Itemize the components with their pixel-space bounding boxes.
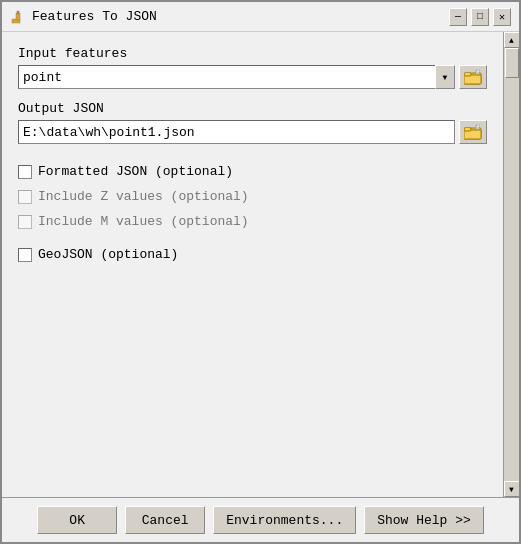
restore-button[interactable]: □ [471, 8, 489, 26]
scroll-up-button[interactable]: ▲ [504, 32, 520, 48]
title-bar-left: Features To JSON [10, 9, 157, 25]
geojson-label: GeoJSON (optional) [38, 247, 178, 262]
main-content: Input features point ▼ [2, 32, 503, 497]
environments-button[interactable]: Environments... [213, 506, 356, 534]
scrollbar-thumb[interactable] [505, 48, 519, 78]
scrollbar: ▲ ▼ [503, 32, 519, 497]
include-z-row: Include Z values (optional) [18, 189, 487, 204]
include-m-label: Include M values (optional) [38, 214, 249, 229]
title-controls: — □ ✕ [449, 8, 511, 26]
formatted-json-label: Formatted JSON (optional) [38, 164, 233, 179]
svg-rect-12 [465, 128, 470, 130]
include-m-row: Include M values (optional) [18, 214, 487, 229]
geojson-row: GeoJSON (optional) [18, 247, 487, 262]
ok-button[interactable]: OK [37, 506, 117, 534]
input-features-select-wrapper: point ▼ [18, 65, 455, 89]
footer: OK Cancel Environments... Show Help >> [2, 497, 519, 542]
empty-area [18, 272, 487, 483]
title-bar: Features To JSON — □ ✕ [2, 2, 519, 32]
output-json-row [18, 120, 487, 144]
formatted-json-checkbox[interactable] [18, 165, 32, 179]
svg-rect-6 [465, 73, 470, 75]
folder-icon [464, 69, 482, 85]
include-z-label: Include Z values (optional) [38, 189, 249, 204]
include-z-checkbox[interactable] [18, 190, 32, 204]
input-features-select[interactable]: point [18, 65, 455, 89]
geojson-checkbox[interactable] [18, 248, 32, 262]
scrollbar-track [504, 48, 519, 481]
svg-rect-2 [17, 11, 19, 14]
close-button[interactable]: ✕ [493, 8, 511, 26]
minimize-button[interactable]: — [449, 8, 467, 26]
tool-icon [10, 9, 26, 25]
formatted-json-row: Formatted JSON (optional) [18, 164, 487, 179]
window-title: Features To JSON [32, 9, 157, 24]
input-features-label: Input features [18, 46, 487, 61]
svg-rect-14 [477, 124, 479, 128]
input-features-row: point ▼ [18, 65, 487, 89]
output-json-label: Output JSON [18, 101, 487, 116]
svg-rect-8 [477, 69, 479, 73]
content-area: Input features point ▼ [2, 32, 519, 497]
output-json-input[interactable] [18, 120, 455, 144]
include-m-checkbox[interactable] [18, 215, 32, 229]
cancel-button[interactable]: Cancel [125, 506, 205, 534]
scroll-down-button[interactable]: ▼ [504, 481, 520, 497]
main-window: Features To JSON — □ ✕ Input features po… [0, 0, 521, 544]
show-help-button[interactable]: Show Help >> [364, 506, 484, 534]
folder-icon-2 [464, 124, 482, 140]
output-json-browse-button[interactable] [459, 120, 487, 144]
input-features-browse-button[interactable] [459, 65, 487, 89]
